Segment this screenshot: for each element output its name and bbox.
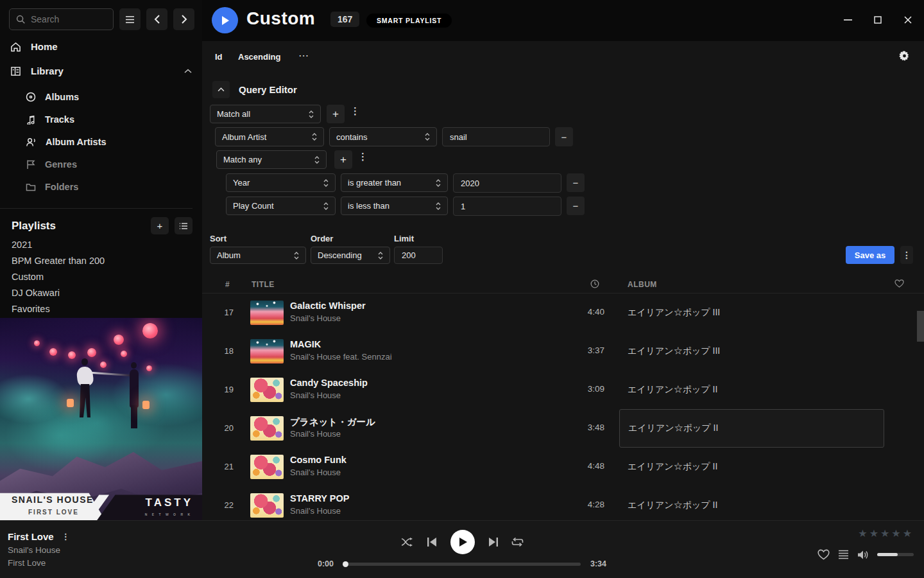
gear-icon[interactable] (899, 51, 910, 62)
chevron-right-icon (181, 15, 187, 24)
track-artwork (250, 416, 284, 441)
root-match-select[interactable]: Match all (210, 105, 321, 123)
progress-bar[interactable] (343, 563, 581, 566)
main-content: Id Ascending ⋯ Query Editor Match all + … (202, 41, 924, 520)
group-match-select[interactable]: Match any (216, 150, 327, 169)
rule-value-input[interactable] (453, 173, 561, 193)
track-album[interactable]: エイリアン☆ポップ II (619, 448, 884, 486)
progress-thumb[interactable] (343, 561, 348, 567)
playlist-item[interactable]: Favorites (12, 304, 50, 314)
shuffle-button[interactable] (401, 537, 414, 547)
playlist-play-button[interactable] (212, 7, 238, 33)
track-row[interactable]: 22 STARRY POP Snail's House 4:28 エイリアン☆ポ… (202, 486, 924, 520)
window-close-button[interactable] (900, 12, 916, 28)
rule-field-select[interactable]: Play Count (226, 197, 336, 215)
sidebar-item-tracks[interactable]: Tracks (26, 114, 74, 125)
scrollbar-thumb[interactable] (917, 311, 924, 342)
sidebar-item-home[interactable]: Home (10, 41, 192, 52)
sidebar-item-library[interactable]: Library (10, 66, 192, 76)
rule-operator-select[interactable]: is less than (341, 197, 448, 215)
track-album[interactable]: エイリアン☆ポップ II (619, 486, 884, 520)
rule-operator-select[interactable]: is greater than (341, 173, 448, 192)
track-row[interactable]: 19 Candy Spaceship Snail's House 3:09 エイ… (202, 371, 924, 409)
limit-input[interactable] (394, 247, 443, 264)
track-artist: Snail's House (290, 468, 341, 477)
search-icon (16, 15, 26, 24)
save-options-button[interactable]: ⋮ (900, 246, 913, 264)
track-number: 17 (218, 308, 234, 317)
playlist-item[interactable]: DJ Okawari (12, 288, 60, 298)
rule-field-select[interactable]: Year (226, 173, 336, 192)
sort-select[interactable]: Album (210, 247, 306, 264)
window-minimize-button[interactable] (839, 12, 856, 28)
album-art-label: TASTY (146, 496, 193, 509)
nav-back-button[interactable] (146, 8, 167, 30)
select-updown-icon (294, 252, 299, 259)
menu-button[interactable] (119, 8, 141, 30)
next-button[interactable] (488, 538, 498, 547)
track-album-focused[interactable]: エイリアン☆ポップ II (619, 409, 884, 448)
track-album[interactable]: エイリアン☆ポップ II (619, 371, 884, 409)
track-row[interactable]: 20 プラネット・ガール Snail's House 3:48 エイリアン☆ポッ… (202, 409, 924, 448)
previous-button[interactable] (427, 538, 437, 547)
nav-forward-button[interactable] (173, 8, 194, 30)
favorite-heart-icon[interactable] (817, 549, 830, 560)
track-list: 17 Galactic Whisper Snail's House 4:40 エ… (202, 293, 924, 520)
track-album[interactable]: エイリアン☆ポップ III (619, 293, 884, 332)
volume-icon[interactable] (857, 550, 869, 560)
album-art-title: FIRST LOVE (28, 509, 79, 516)
sidebar-item-genres[interactable]: Genres (26, 159, 77, 170)
play-pause-button[interactable] (450, 530, 475, 554)
more-options-button[interactable]: ⋯ (298, 49, 309, 62)
select-updown-icon (312, 133, 317, 141)
queue-icon[interactable] (838, 550, 849, 559)
sidebar-item-folders[interactable]: Folders (26, 182, 78, 192)
track-artist: Snail's House (290, 390, 341, 400)
sidebar-item-albums[interactable]: Albums (26, 92, 79, 102)
elapsed-time: 0:00 (318, 559, 334, 568)
track-duration: 3:48 (565, 423, 604, 432)
now-playing-album-art: SNAIL'S HOUSE FIRST LOVE TASTY N E T W O… (0, 318, 202, 520)
remove-rule-button[interactable]: − (567, 197, 585, 215)
remove-rule-button[interactable]: − (567, 173, 585, 192)
album-art-artist: SNAIL'S HOUSE (12, 495, 94, 505)
playlist-list-button[interactable] (175, 217, 193, 234)
track-title: MAGIK (290, 339, 321, 349)
select-updown-icon (323, 202, 329, 210)
rating-stars[interactable]: ★★★★★ (858, 527, 914, 539)
rule-value-input[interactable] (442, 127, 550, 146)
rule-value-input[interactable] (453, 197, 561, 216)
track-row[interactable]: 18 MAGIK Snail's House feat. Sennzai 3:3… (202, 332, 924, 371)
add-group-rule-button[interactable]: + (334, 150, 352, 169)
rule-operator-select[interactable]: contains (329, 127, 437, 146)
rule-field-select[interactable]: Album Artist (215, 127, 324, 146)
save-as-button[interactable]: Save as (846, 246, 894, 264)
add-rule-button[interactable]: + (327, 105, 345, 123)
track-row[interactable]: 17 Galactic Whisper Snail's House 4:40 エ… (202, 293, 924, 332)
search-input[interactable] (31, 14, 101, 24)
track-row[interactable]: 21 Cosmo Funk Snail's House 4:48 エイリアン☆ポ… (202, 448, 924, 486)
playlist-item[interactable]: 2021 (12, 240, 32, 250)
play-icon (221, 15, 230, 26)
order-select[interactable]: Descending (311, 247, 390, 264)
chevron-up-icon (184, 69, 192, 74)
smart-playlist-badge: SMART PLAYLIST (366, 13, 452, 28)
add-playlist-button[interactable]: + (151, 217, 169, 234)
volume-slider[interactable] (877, 553, 914, 556)
query-editor-collapse-button[interactable] (212, 81, 230, 98)
window-maximize-button[interactable] (869, 12, 886, 28)
sort-field-control[interactable]: Id (215, 52, 223, 62)
sidebar-item-album-artists[interactable]: Album Artists (26, 137, 107, 147)
group-options-button[interactable]: ⋮ (350, 105, 360, 117)
select-updown-icon (323, 179, 329, 187)
repeat-button[interactable] (511, 537, 524, 547)
search-box[interactable] (9, 8, 114, 30)
playlist-item[interactable]: BPM Greater than 200 (12, 256, 105, 266)
chevron-up-icon (218, 87, 225, 92)
group-options-button[interactable]: ⋮ (358, 151, 368, 162)
playlist-item[interactable]: Custom (12, 272, 44, 282)
home-icon (10, 42, 21, 52)
remove-rule-button[interactable]: − (555, 127, 573, 146)
sort-direction-control[interactable]: Ascending (238, 52, 280, 62)
track-album[interactable]: エイリアン☆ポップ III (619, 332, 884, 371)
